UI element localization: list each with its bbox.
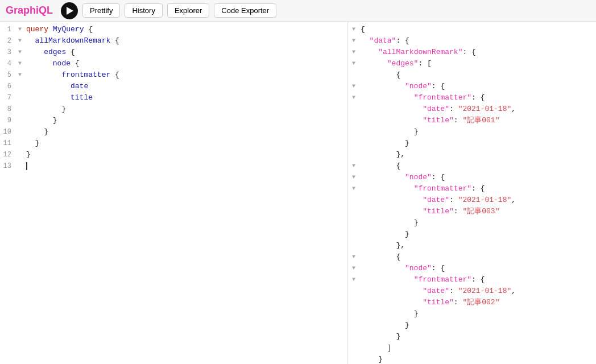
token-plain: { [110, 36, 119, 45]
code-line: ▼ "node": { [348, 81, 596, 92]
fold-gutter[interactable]: ▼ [348, 183, 359, 195]
code-line: "date": "2021-01-18", [348, 286, 596, 297]
code-line: "title": "記事003" [348, 206, 596, 217]
line-number: 9 [0, 115, 16, 126]
code-line: 9 } [0, 115, 347, 126]
code-line: } [348, 308, 596, 320]
token-punct: { [396, 71, 400, 79]
line-content [24, 160, 347, 172]
line-content: "frontmatter": { [359, 274, 596, 286]
code-line: { [348, 69, 596, 81]
line-content: } [24, 126, 347, 138]
token-punct: : { [432, 264, 445, 272]
fold-gutter[interactable]: ▼ [348, 81, 359, 92]
code-line: }, [348, 149, 596, 160]
fold-gutter[interactable]: ▼ [348, 47, 359, 58]
token-punct: : [ [418, 59, 431, 68]
header: GraphiQL Prettify History Explorer Code … [0, 0, 596, 22]
line-content: } [359, 138, 596, 149]
code-exporter-button[interactable]: Code Exporter [214, 3, 276, 18]
code-line: ▼ "allMarkdownRemark": { [348, 47, 596, 58]
token-plain: } [35, 139, 40, 147]
code-line: 4▼ node { [0, 58, 347, 69]
token-key: "allMarkdownRemark" [378, 48, 462, 56]
token-fn: allMarkdownRemark [35, 36, 111, 45]
line-content: } [359, 126, 596, 138]
token-val-str: "2021-01-18" [458, 196, 512, 204]
fold-gutter[interactable]: ▼ [348, 251, 359, 263]
fold-gutter[interactable]: ▼ [16, 69, 24, 81]
line-content: } [24, 104, 347, 115]
history-button[interactable]: History [125, 3, 162, 18]
line-number: 4 [0, 58, 16, 69]
line-content: { [359, 251, 596, 263]
fold-gutter[interactable]: ▼ [348, 58, 359, 69]
fold-gutter[interactable]: ▼ [348, 274, 359, 286]
token-punct: }, [396, 241, 405, 250]
code-line: 12} [0, 149, 347, 160]
code-line: } [348, 126, 596, 138]
code-line: ▼ "frontmatter": { [348, 274, 596, 286]
fold-gutter[interactable]: ▼ [348, 160, 359, 172]
token-plain: { [110, 71, 119, 79]
token-punct: : { [471, 275, 485, 284]
text-cursor [26, 162, 27, 170]
line-content: frontmatter { [24, 69, 347, 81]
token-fn: MyQuery [53, 25, 84, 34]
token-punct: }, [396, 150, 405, 159]
line-content: "allMarkdownRemark": { [359, 47, 596, 58]
line-content: "title": "記事001" [359, 115, 596, 126]
token-punct: : { [471, 184, 485, 193]
fold-gutter[interactable]: ▼ [348, 263, 359, 274]
token-punct: } [414, 309, 419, 318]
code-line: ▼ "edges": [ [348, 58, 596, 69]
line-number: 2 [0, 35, 16, 47]
token-plain [48, 25, 53, 34]
fold-gutter[interactable]: ▼ [348, 172, 359, 183]
fold-gutter[interactable]: ▼ [348, 24, 359, 35]
code-line: 10 } [0, 126, 347, 138]
line-number: 7 [0, 92, 16, 104]
code-line: ▼ "frontmatter": { [348, 92, 596, 104]
line-content: "data": { [359, 35, 596, 47]
token-fn: node [53, 59, 71, 68]
line-number: 6 [0, 81, 16, 92]
code-line: } [348, 320, 596, 331]
run-button[interactable] [61, 2, 78, 19]
token-punct: : [454, 116, 463, 125]
code-line: ] [348, 342, 596, 354]
code-line: 2▼ allMarkdownRemark { [0, 35, 347, 47]
code-line: ▼ { [348, 160, 596, 172]
token-key: "data" [370, 36, 396, 45]
token-punct: } [405, 230, 409, 238]
fold-gutter[interactable]: ▼ [16, 58, 24, 69]
fold-gutter[interactable]: ▼ [16, 47, 24, 58]
line-content: }, [359, 149, 596, 160]
token-punct: , [511, 196, 516, 204]
prettify-button[interactable]: Prettify [82, 3, 120, 18]
explorer-button[interactable]: Explorer [167, 3, 209, 18]
editor-code-area: 1▼query MyQuery {2▼ allMarkdownRemark {3… [0, 22, 347, 174]
token-punct: { [361, 25, 365, 34]
line-number: 12 [0, 149, 16, 160]
fold-gutter[interactable]: ▼ [348, 92, 359, 104]
fold-gutter[interactable]: ▼ [16, 24, 24, 35]
token-plain: } [26, 150, 31, 159]
token-fn: frontmatter [61, 71, 110, 79]
line-content: query MyQuery { [24, 24, 347, 35]
token-punct: : { [396, 36, 409, 45]
token-val-str: "記事001" [462, 116, 499, 125]
line-content: { [359, 24, 596, 35]
code-line: "title": "記事001" [348, 115, 596, 126]
line-number: 13 [0, 160, 16, 172]
code-line: } [348, 331, 596, 342]
editor-panel[interactable]: 1▼query MyQuery {2▼ allMarkdownRemark {3… [0, 22, 348, 364]
fold-gutter[interactable]: ▼ [348, 35, 359, 47]
token-key: "frontmatter" [414, 275, 471, 284]
line-content: allMarkdownRemark { [24, 35, 347, 47]
line-content: } [359, 229, 596, 240]
fold-gutter[interactable]: ▼ [16, 35, 24, 47]
line-content: } [24, 138, 347, 149]
token-punct: } [378, 355, 383, 363]
code-line: ▼ { [348, 251, 596, 263]
